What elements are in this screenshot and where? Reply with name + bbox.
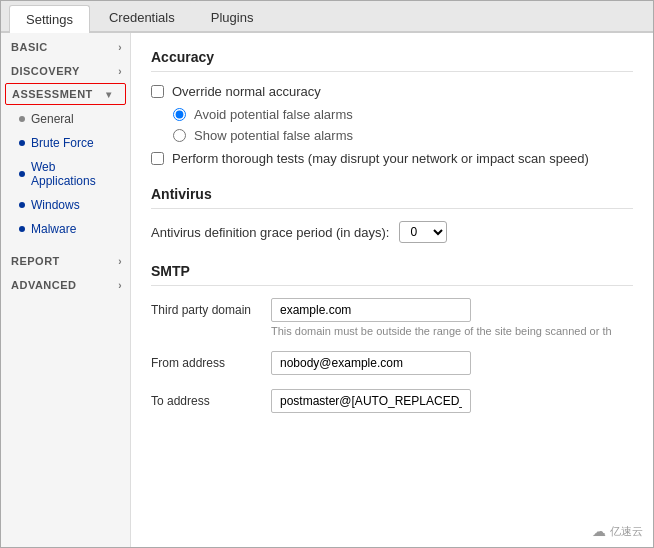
chevron-icon: › [118,280,122,291]
third-party-row: Third party domain This domain must be o… [151,298,633,337]
override-accuracy-checkbox[interactable] [151,85,164,98]
third-party-field-group: This domain must be outside the range of… [271,298,633,337]
thorough-checkbox[interactable] [151,152,164,165]
watermark: ☁ 亿速云 [592,523,643,539]
sidebar-section-advanced[interactable]: ADVANCED › [1,271,130,295]
sidebar-section-discovery[interactable]: DISCOVERY › [1,57,130,81]
sidebar-item-bruteforce[interactable]: Brute Force [1,131,130,155]
accuracy-title: Accuracy [151,49,633,72]
sidebar: BASIC › DISCOVERY › ASSESSMENT ▾ General… [1,33,131,547]
to-address-label: To address [151,389,271,408]
to-address-row: To address [151,389,633,413]
third-party-input[interactable] [271,298,471,322]
sidebar-section-basic[interactable]: BASIC › [1,33,130,57]
from-address-label: From address [151,351,271,370]
antivirus-row: Antivirus definition grace period (in da… [151,221,633,243]
chevron-icon: › [118,42,122,53]
sidebar-section-assessment[interactable]: ASSESSMENT ▾ [5,83,126,105]
from-address-row: From address [151,351,633,375]
antivirus-label: Antivirus definition grace period (in da… [151,225,389,240]
avoid-radio[interactable] [173,108,186,121]
third-party-hint: This domain must be outside the range of… [271,325,633,337]
sidebar-section-report[interactable]: REPORT › [1,247,130,271]
main-content: BASIC › DISCOVERY › ASSESSMENT ▾ General… [1,33,653,547]
smtp-title: SMTP [151,263,633,286]
thorough-label: Perform thorough tests (may disrupt your… [172,151,589,166]
sidebar-item-general[interactable]: General [1,107,130,131]
antivirus-title: Antivirus [151,186,633,209]
show-radio[interactable] [173,129,186,142]
antivirus-select[interactable]: 0 1 2 3 5 7 14 30 [399,221,447,243]
tab-bar: Settings Credentials Plugins [1,1,653,33]
third-party-label: Third party domain [151,298,271,317]
sidebar-item-windows[interactable]: Windows [1,193,130,217]
avoid-radio-row: Avoid potential false alarms [173,107,633,122]
sidebar-item-malware[interactable]: Malware [1,217,130,241]
to-address-field-group [271,389,633,413]
tab-credentials[interactable]: Credentials [92,3,192,31]
show-label: Show potential false alarms [194,128,353,143]
from-address-field-group [271,351,633,375]
antivirus-section: Antivirus Antivirus definition grace per… [151,186,633,243]
tab-plugins[interactable]: Plugins [194,3,271,31]
dot-icon [19,140,25,146]
watermark-text: 亿速云 [610,524,643,539]
avoid-label: Avoid potential false alarms [194,107,353,122]
chevron-icon: › [118,66,122,77]
tab-settings[interactable]: Settings [9,5,90,33]
dot-icon [19,202,25,208]
settings-panel: Accuracy Override normal accuracy Avoid … [131,33,653,547]
dot-icon [19,226,25,232]
dot-icon [19,116,25,122]
radio-group: Avoid potential false alarms Show potent… [173,107,633,143]
from-address-input[interactable] [271,351,471,375]
chevron-down-icon: ▾ [106,89,112,100]
override-accuracy-label: Override normal accuracy [172,84,321,99]
override-accuracy-row: Override normal accuracy [151,84,633,99]
dot-icon [19,171,25,177]
show-radio-row: Show potential false alarms [173,128,633,143]
smtp-section: SMTP Third party domain This domain must… [151,263,633,413]
thorough-row: Perform thorough tests (may disrupt your… [151,151,633,166]
sidebar-item-webapps[interactable]: Web Applications [1,155,130,193]
accuracy-section: Accuracy Override normal accuracy Avoid … [151,49,633,166]
cloud-icon: ☁ [592,523,606,539]
to-address-input[interactable] [271,389,471,413]
chevron-icon: › [118,256,122,267]
